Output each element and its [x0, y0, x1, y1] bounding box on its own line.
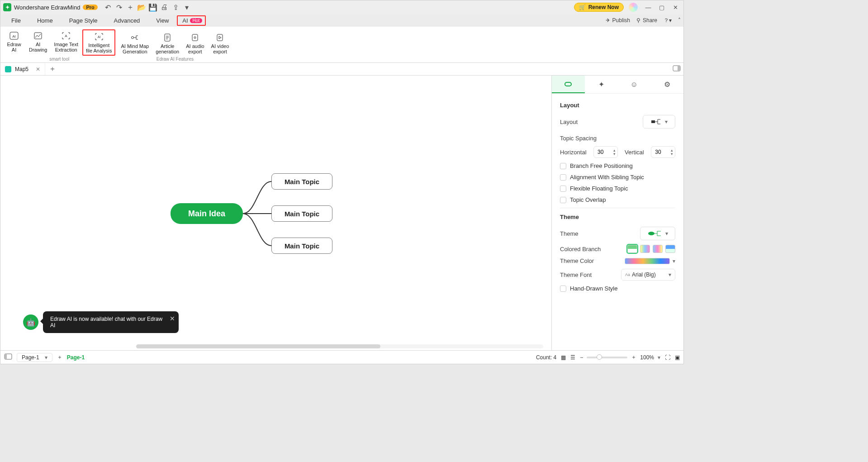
fullscreen-icon[interactable]: ▣ — [675, 354, 680, 361]
canvas-horizontal-scrollbar[interactable] — [136, 344, 543, 348]
open-icon[interactable]: 📂 — [138, 4, 146, 11]
theme-color-label: Theme Color — [560, 257, 594, 264]
chevron-down-icon[interactable]: ▾ — [673, 258, 675, 264]
close-toast-icon[interactable]: ✕ — [170, 315, 175, 322]
theme-picker[interactable]: ▾ — [640, 227, 675, 240]
help-button[interactable]: ？▾ — [664, 17, 672, 24]
tool-label: Intelligentfile Analysis — [86, 43, 112, 53]
titlebar: ✦ Wondershare EdrawMind Pro ↶ ↷ ＋ 📂 💾 🖨 … — [0, 0, 683, 14]
topic-node[interactable]: Main Topic — [271, 238, 332, 254]
undo-icon[interactable]: ↶ — [104, 4, 112, 11]
zoom-out-button[interactable]: − — [580, 354, 583, 361]
collapse-ribbon-button[interactable]: ˄ — [678, 17, 681, 24]
align-sibling-label: Alignment With Sibling Topic — [570, 174, 644, 181]
toggle-panel-button[interactable] — [673, 65, 681, 73]
document-tab[interactable]: Map5 ✕ — [0, 63, 45, 75]
new-icon[interactable]: ＋ — [127, 4, 134, 11]
align-sibling-check[interactable]: Alignment With Sibling Topic — [560, 174, 675, 181]
side-tab-layout[interactable] — [552, 76, 585, 93]
swatch-rainbow1[interactable] — [640, 245, 650, 253]
export-icon[interactable]: ⇪ — [172, 4, 180, 11]
tool-label: AI Mind MapGeneration — [121, 43, 149, 54]
count-indicator: Count: 4 — [536, 354, 556, 361]
sparkle-icon: ✦ — [598, 80, 604, 89]
close-button[interactable]: ✕ — [670, 3, 681, 12]
spinner-arrows-icon[interactable]: ▴▾ — [613, 148, 617, 156]
robot-icon: 🤖 — [26, 318, 35, 327]
side-tab-style[interactable]: ✦ — [585, 76, 618, 93]
vertical-label: Vertical — [625, 149, 644, 156]
scrollbar-thumb[interactable] — [136, 344, 380, 348]
save-icon[interactable]: 💾 — [149, 4, 157, 11]
share-button[interactable]: ⚲ Share — [636, 17, 657, 24]
flexible-floating-check[interactable]: Flexible Floating Topic — [560, 185, 675, 192]
theme-section-title: Theme — [560, 214, 675, 220]
renew-button[interactable]: 🛒 Renew Now — [574, 3, 624, 12]
canvas[interactable]: Main Idea Main Topic Main Topic Main Top… — [0, 76, 551, 350]
minimize-button[interactable]: — — [643, 3, 654, 12]
topic-spacing-title: Topic Spacing — [560, 135, 675, 142]
active-page-label[interactable]: Page-1 — [67, 354, 85, 361]
add-page-button[interactable]: ＋ — [57, 353, 62, 361]
menu-ai[interactable]: AI Hot — [177, 15, 206, 26]
swatch-blue[interactable] — [665, 245, 675, 253]
vertical-value[interactable] — [651, 148, 665, 156]
fit-screen-icon[interactable]: ⛶ — [665, 354, 670, 361]
menu-file[interactable]: File — [3, 15, 29, 26]
swatch-green[interactable] — [627, 245, 637, 253]
tool-ai-video-export[interactable]: AI videoexport — [209, 31, 232, 56]
zoom-in-button[interactable]: ＋ — [631, 353, 636, 361]
page-selector[interactable]: Page-1 ▾ — [17, 353, 52, 362]
maximize-button[interactable]: ▢ — [656, 3, 667, 12]
menu-view[interactable]: View — [148, 15, 177, 26]
add-tab-button[interactable]: ＋ — [45, 64, 60, 74]
chevron-down-icon[interactable]: ▾ — [658, 354, 660, 361]
tool-edraw-ai[interactable]: AI EdrawAI — [3, 29, 25, 56]
view-grid-icon[interactable]: ▦ — [561, 354, 566, 361]
zoom-slider-knob[interactable] — [597, 354, 602, 360]
publish-button[interactable]: ✈ Publish — [606, 17, 630, 24]
view-list-icon[interactable]: ☰ — [570, 354, 575, 361]
qa-dropdown-icon[interactable]: ▾ — [183, 4, 191, 11]
zoom-value: 100% — [640, 354, 654, 361]
side-tab-settings[interactable]: ⚙ — [650, 76, 683, 93]
main-idea-node[interactable]: Main Idea — [171, 203, 243, 224]
user-avatar[interactable] — [628, 2, 638, 12]
branch-free-check[interactable]: Branch Free Positioning — [560, 162, 675, 169]
tool-image-text-extraction[interactable]: A Image TextExtraction — [51, 29, 81, 56]
outline-toggle-icon[interactable] — [4, 353, 12, 361]
tool-article-generation[interactable]: Articlegeneration — [153, 31, 182, 56]
swatch-rainbow2[interactable] — [653, 245, 663, 253]
tool-intelligent-file-analysis[interactable]: AI Intelligentfile Analysis — [82, 29, 115, 56]
topic-node[interactable]: Main Topic — [271, 205, 332, 222]
ribbon: AI EdrawAI AIDrawing A Image TextExtract… — [0, 27, 683, 63]
zoom-slider[interactable] — [587, 357, 627, 358]
ai-assistant-button[interactable]: 🤖 — [23, 314, 38, 330]
svg-rect-11 — [565, 82, 571, 86]
redo-icon[interactable]: ↷ — [115, 4, 123, 11]
tool-ai-audio-export[interactable]: AI audioexport — [183, 31, 207, 56]
theme-font-select[interactable]: AaArial (Big) ▾ — [621, 269, 675, 281]
layout-picker[interactable]: ▾ — [643, 115, 675, 129]
menu-page-style[interactable]: Page Style — [61, 15, 106, 26]
menu-advanced[interactable]: Advanced — [106, 15, 148, 26]
status-bar: Page-1 ▾ ＋ Page-1 Count: 4 ▦ ☰ − ＋ 100%▾… — [0, 350, 683, 364]
menu-home[interactable]: Home — [29, 15, 61, 26]
topic-overlap-check[interactable]: Topic Overlap — [560, 196, 675, 203]
emoji-icon: ☺ — [631, 81, 638, 89]
horizontal-value[interactable] — [594, 148, 607, 156]
theme-color-bar[interactable] — [625, 258, 670, 264]
side-tab-emoji[interactable]: ☺ — [618, 76, 651, 93]
close-tab-icon[interactable]: ✕ — [36, 66, 40, 72]
vertical-spacing-input[interactable]: ▴▾ — [651, 146, 675, 158]
tool-ai-mindmap-generation[interactable]: AI Mind MapGeneration — [118, 31, 152, 56]
hand-drawn-check[interactable]: Hand-Drawn Style — [560, 285, 675, 292]
svg-rect-8 — [217, 34, 223, 41]
tool-ai-drawing[interactable]: AIDrawing — [26, 29, 50, 56]
svg-rect-12 — [651, 120, 655, 123]
topic-node[interactable]: Main Topic — [271, 173, 332, 190]
spinner-arrows-icon[interactable]: ▴▾ — [671, 148, 675, 156]
divider — [560, 208, 675, 208]
horizontal-spacing-input[interactable]: ▴▾ — [593, 146, 618, 158]
print-icon[interactable]: 🖨 — [161, 4, 168, 11]
